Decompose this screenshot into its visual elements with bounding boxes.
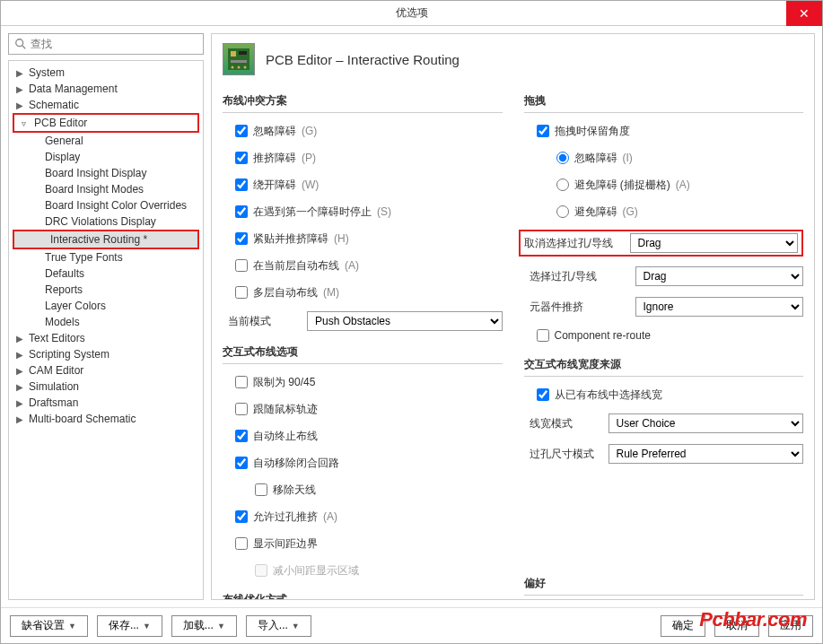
cb-pickup-width[interactable] bbox=[537, 388, 549, 401]
tree-item-label: Simulation bbox=[29, 380, 79, 393]
svg-point-0 bbox=[16, 39, 23, 47]
section-interactive-options: 交互式布线选项 bbox=[223, 344, 503, 364]
cb-comp-reroute[interactable] bbox=[537, 329, 549, 342]
tree-item-label: Text Editors bbox=[29, 332, 85, 344]
cb-push-obstacles[interactable] bbox=[235, 152, 248, 164]
page-header: PCB Editor – Interactive Routing bbox=[223, 43, 803, 75]
cb-walk-around[interactable] bbox=[235, 178, 248, 191]
lbl-show-clearance: 显示间距边界 bbox=[253, 536, 318, 552]
cb-stop-first[interactable] bbox=[235, 205, 248, 218]
search-box[interactable] bbox=[8, 33, 204, 55]
tree-item[interactable]: ▿PCB Editor bbox=[14, 115, 197, 131]
expand-arrow-icon: ▶ bbox=[16, 414, 25, 424]
tree-item[interactable]: Board Insight Modes bbox=[9, 181, 203, 197]
select-selected-via[interactable]: Drag bbox=[635, 266, 804, 286]
radio-drag-avoid[interactable] bbox=[556, 205, 569, 218]
nav-tree: ▶System▶Data Management▶Schematic▿PCB Ed… bbox=[8, 60, 204, 600]
radio-drag-avoid-snap[interactable] bbox=[556, 178, 569, 191]
btn-ok[interactable]: 确定 bbox=[661, 615, 705, 637]
tree-item[interactable]: Models bbox=[9, 314, 203, 330]
tree-item[interactable]: Defaults bbox=[9, 265, 203, 282]
lbl-ignore-obstacles: 忽略障碍 bbox=[253, 124, 296, 139]
btn-defaults[interactable]: 缺省设置▼ bbox=[10, 615, 88, 637]
lbl-preserve-angle: 拖拽时保留角度 bbox=[555, 124, 630, 139]
left-column: 布线冲突方案 忽略障碍(G) 推挤障碍(P) 绕开障碍(W) 在遇到第一个障碍时… bbox=[223, 90, 503, 600]
tree-item[interactable]: ▶System bbox=[9, 65, 203, 81]
cb-hug-push[interactable] bbox=[235, 232, 248, 245]
expand-arrow-icon: ▶ bbox=[16, 398, 25, 408]
select-unselected-via[interactable]: Drag bbox=[630, 233, 799, 253]
lbl-drag-avoid-snap: 避免障碍 (捕捉栅格) bbox=[574, 178, 670, 193]
highlight-unselected-via: 取消选择过孔/导线 Drag bbox=[519, 230, 804, 257]
tree-item[interactable]: ▶Scripting System bbox=[9, 346, 203, 362]
tree-item-label: Board Insight Color Overrides bbox=[45, 199, 187, 212]
lbl-follow-mouse: 跟随鼠标轨迹 bbox=[253, 402, 318, 417]
tree-item-label: Display bbox=[45, 151, 80, 163]
cb-auto-multi-layer[interactable] bbox=[235, 286, 248, 299]
tree-item[interactable]: General bbox=[9, 133, 203, 149]
footer: 缺省设置▼ 保存...▼ 加载...▼ 导入...▼ 确定 取消 应用 bbox=[1, 607, 822, 643]
select-width-mode[interactable]: User Choice bbox=[608, 413, 804, 433]
tree-item[interactable]: Board Insight Color Overrides bbox=[9, 197, 203, 213]
lbl-auto-current-layer: 在当前层自动布线 bbox=[253, 258, 339, 274]
select-comp-push[interactable]: Ignore bbox=[635, 297, 804, 317]
cb-allow-via-push[interactable] bbox=[235, 510, 248, 523]
tree-item[interactable]: DRC Violations Display bbox=[9, 213, 203, 230]
tree-item[interactable]: Interactive Routing * bbox=[14, 231, 197, 248]
close-button[interactable]: ✕ bbox=[786, 1, 822, 26]
expand-arrow-icon: ▶ bbox=[16, 334, 25, 344]
tree-item[interactable]: ▶Draftsman bbox=[9, 395, 203, 411]
select-current-mode[interactable]: Push Obstacles bbox=[307, 311, 503, 331]
tree-item[interactable]: ▶Data Management bbox=[9, 81, 203, 97]
tree-item[interactable]: Layer Colors bbox=[9, 298, 203, 314]
section-dragging: 拖拽 bbox=[524, 93, 804, 113]
btn-cancel[interactable]: 取消 bbox=[714, 615, 759, 637]
cb-show-clearance[interactable] bbox=[235, 537, 248, 550]
tree-item[interactable]: ▶CAM Editor bbox=[9, 362, 203, 379]
expand-arrow-icon: ▶ bbox=[16, 382, 25, 392]
main-panel: PCB Editor – Interactive Routing 布线冲突方案 … bbox=[211, 33, 815, 600]
tree-item[interactable]: Board Insight Display bbox=[9, 165, 203, 181]
tree-item[interactable]: ▶Simulation bbox=[9, 379, 203, 395]
cb-preserve-angle[interactable] bbox=[537, 125, 549, 137]
radio-drag-ignore[interactable] bbox=[556, 152, 569, 164]
lbl-push-obstacles: 推挤障碍 bbox=[253, 151, 296, 166]
tree-item-label: PCB Editor bbox=[34, 117, 87, 129]
cb-auto-current-layer[interactable] bbox=[235, 259, 248, 272]
tree-item-label: Models bbox=[45, 316, 80, 328]
tree-item-label: Reports bbox=[45, 283, 83, 296]
tree-item-label: Defaults bbox=[45, 267, 84, 280]
lbl-drag-avoid: 避免障碍 bbox=[574, 205, 617, 220]
lbl-width-mode: 线宽模式 bbox=[530, 416, 601, 431]
btn-load[interactable]: 加载...▼ bbox=[171, 615, 237, 637]
tree-item[interactable]: ▶Multi-board Schematic bbox=[9, 411, 203, 427]
tree-item-label: CAM Editor bbox=[29, 364, 83, 377]
cb-remove-antennas[interactable] bbox=[255, 483, 267, 496]
svg-point-8 bbox=[244, 66, 247, 69]
btn-save[interactable]: 保存...▼ bbox=[97, 615, 162, 637]
btn-apply[interactable]: 应用 bbox=[768, 615, 813, 637]
lbl-unselected-via: 取消选择过孔/导线 bbox=[524, 236, 623, 251]
tree-item[interactable]: Display bbox=[9, 149, 203, 165]
tree-item-label: System bbox=[29, 66, 65, 79]
cb-auto-remove-loops[interactable] bbox=[235, 457, 248, 469]
select-via-size-mode[interactable]: Rule Preferred bbox=[608, 444, 804, 464]
tree-item-label: Draftsman bbox=[29, 396, 78, 409]
svg-rect-5 bbox=[231, 60, 247, 63]
tree-item-label: Data Management bbox=[29, 83, 118, 95]
cb-restrict-9045[interactable] bbox=[235, 376, 248, 388]
window-title: 优选项 bbox=[396, 5, 428, 21]
btn-import[interactable]: 导入...▼ bbox=[246, 615, 311, 637]
tree-item[interactable]: True Type Fonts bbox=[9, 249, 203, 265]
cb-ignore-obstacles[interactable] bbox=[235, 125, 248, 137]
tree-item[interactable]: ▶Text Editors bbox=[9, 330, 203, 346]
search-input[interactable] bbox=[31, 38, 197, 50]
cb-auto-terminate[interactable] bbox=[235, 430, 248, 442]
lbl-reduce-clearance: 减小间距显示区域 bbox=[273, 563, 359, 579]
expand-arrow-icon: ▶ bbox=[16, 68, 25, 78]
lbl-walk-around: 绕开障碍 bbox=[253, 178, 296, 193]
cb-follow-mouse[interactable] bbox=[235, 403, 248, 415]
tree-item[interactable]: ▶Schematic bbox=[9, 97, 203, 113]
svg-rect-3 bbox=[231, 51, 236, 57]
tree-item[interactable]: Reports bbox=[9, 282, 203, 298]
